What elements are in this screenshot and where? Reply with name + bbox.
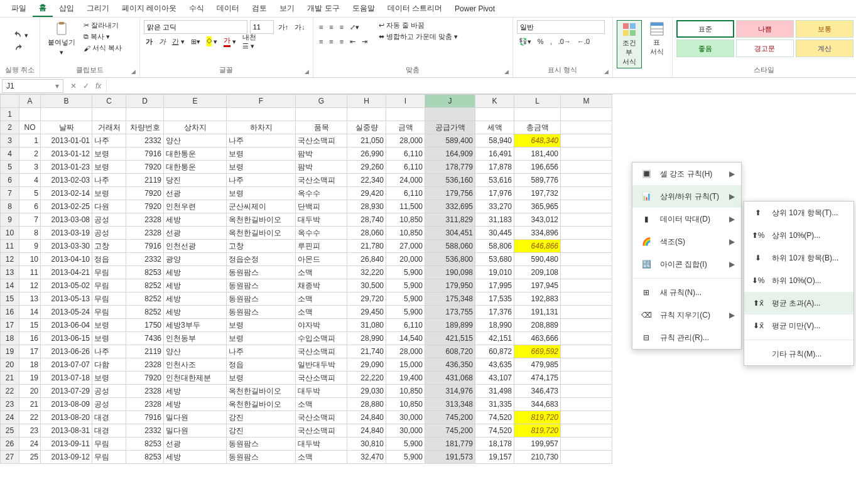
cell[interactable]: 대경 <box>92 424 126 437</box>
cell[interactable]: 옥천한길바이오 <box>227 385 296 398</box>
menu-tab-7[interactable]: 검토 <box>246 1 273 16</box>
col-header-C[interactable]: C <box>92 95 126 108</box>
menu-top-10-items[interactable]: ⬆상위 10개 항목(T)... <box>744 201 853 224</box>
cell[interactable]: 53,680 <box>475 253 514 266</box>
cell[interactable] <box>561 451 612 464</box>
cell[interactable]: 무림 <box>92 306 126 319</box>
style-neutral[interactable]: 보통 <box>796 20 853 38</box>
cell[interactable]: 58,806 <box>475 240 514 253</box>
cell[interactable]: 양산 <box>164 134 227 147</box>
cell[interactable]: 나주 <box>92 134 126 147</box>
cell[interactable]: 745,200 <box>425 424 475 437</box>
cell[interactable]: 33,270 <box>475 200 514 213</box>
cell[interactable]: 192,883 <box>514 292 561 306</box>
cell[interactable]: 2013-06-04 <box>41 319 92 332</box>
cell[interactable] <box>514 108 561 121</box>
cell[interactable]: 669,592 <box>514 345 561 358</box>
cell[interactable]: 5 <box>19 187 41 200</box>
cell[interactable]: 공성 <box>92 398 126 411</box>
cell[interactable]: 53,616 <box>475 174 514 187</box>
row-header-9[interactable]: 9 <box>1 213 19 227</box>
cell[interactable]: 8252 <box>126 279 164 292</box>
cell[interactable]: 22 <box>19 411 41 424</box>
cell[interactable]: 474,175 <box>514 372 561 385</box>
col-header-A[interactable]: A <box>19 95 41 108</box>
cell[interactable]: 332,695 <box>425 200 475 213</box>
cell[interactable]: 팜박 <box>296 161 347 174</box>
cell[interactable]: 강진 <box>227 424 296 437</box>
menu-tab-11[interactable]: 데이터 스트리머 <box>381 1 448 16</box>
cell[interactable] <box>561 253 612 266</box>
cell[interactable]: 5,900 <box>386 266 425 279</box>
cell[interactable]: 2013-07-07 <box>41 358 92 372</box>
cell[interactable]: 7436 <box>126 332 164 345</box>
cell[interactable]: 190,098 <box>425 266 475 279</box>
cell[interactable]: 20,000 <box>386 253 425 266</box>
cell[interactable]: 인천우련 <box>164 200 227 213</box>
cell[interactable]: 채종박 <box>296 279 347 292</box>
cell[interactable]: 인천동부 <box>164 332 227 345</box>
cell[interactable]: 국산소맥피 <box>296 345 347 358</box>
cell[interactable]: 2332 <box>126 424 164 437</box>
cell[interactable]: 공급가액 <box>425 121 475 134</box>
cell[interactable]: 2013-01-23 <box>41 161 92 174</box>
cell[interactable]: 나주 <box>92 345 126 358</box>
cell[interactable]: 30,445 <box>475 227 514 240</box>
cell[interactable]: 19 <box>19 372 41 385</box>
cell[interactable]: 189,899 <box>425 319 475 332</box>
cell[interactable]: 보령 <box>227 372 296 385</box>
cell[interactable]: 43,635 <box>475 358 514 372</box>
cell[interactable]: 공성 <box>92 213 126 227</box>
col-header-G[interactable]: G <box>296 95 347 108</box>
cell[interactable]: 5,900 <box>386 437 425 451</box>
cell[interactable]: 43,107 <box>475 372 514 385</box>
cell[interactable]: 동원팜스 <box>227 279 296 292</box>
row-header-16[interactable]: 16 <box>1 306 19 319</box>
cell[interactable]: 2013-03-19 <box>41 227 92 240</box>
cell-styles-gallery[interactable]: 표준 나쁨 보통 좋음 경고문 계산 <box>676 20 853 57</box>
cell[interactable]: 보령 <box>92 319 126 332</box>
cell[interactable]: 6,110 <box>386 147 425 161</box>
row-header-5[interactable]: 5 <box>1 161 19 174</box>
cell[interactable]: 74,520 <box>475 411 514 424</box>
cell[interactable] <box>425 108 475 121</box>
cell[interactable]: 24,840 <box>347 411 386 424</box>
row-header-10[interactable]: 10 <box>1 227 19 240</box>
cell[interactable]: 314,976 <box>425 385 475 398</box>
cell[interactable]: 7920 <box>126 372 164 385</box>
row-header-11[interactable]: 11 <box>1 240 19 253</box>
cell[interactable]: 2332 <box>126 134 164 147</box>
cell[interactable]: 수입소맥피 <box>296 332 347 345</box>
cell[interactable]: 1750 <box>126 319 164 332</box>
row-header-27[interactable]: 27 <box>1 451 19 464</box>
cell[interactable]: 세방 <box>164 266 227 279</box>
cell[interactable]: 인천선광 <box>164 240 227 253</box>
cell[interactable] <box>561 108 612 121</box>
cell[interactable]: 31,183 <box>475 213 514 227</box>
cell[interactable]: 공성 <box>92 385 126 398</box>
cell[interactable]: 날짜 <box>41 121 92 134</box>
menu-tab-3[interactable]: 그리기 <box>80 1 116 16</box>
cell[interactable]: 2013-03-08 <box>41 213 92 227</box>
cell[interactable]: 173,755 <box>425 306 475 319</box>
cell[interactable]: 28,990 <box>347 332 386 345</box>
style-calculation[interactable]: 계산 <box>796 40 853 57</box>
menu-highlight-cells-rules[interactable]: 🔳셀 강조 규칙(H)▶ <box>632 163 741 185</box>
cell[interactable]: 30,000 <box>386 411 425 424</box>
cell[interactable]: 선광 <box>164 187 227 200</box>
cell[interactable]: 2 <box>19 147 41 161</box>
cell[interactable]: 196,656 <box>514 161 561 174</box>
cell[interactable] <box>126 108 164 121</box>
cell[interactable]: 세방 <box>164 279 227 292</box>
cell[interactable]: 아몬드 <box>296 253 347 266</box>
cell[interactable]: 28,880 <box>347 398 386 411</box>
cell[interactable]: 2328 <box>126 213 164 227</box>
cell[interactable]: 5,900 <box>386 306 425 319</box>
cell[interactable]: 304,451 <box>425 227 475 240</box>
cell[interactable]: 2013-02-25 <box>41 200 92 213</box>
cancel-formula-button[interactable]: ✕ <box>68 82 79 90</box>
cell[interactable]: 14 <box>19 306 41 319</box>
cell[interactable]: 179,756 <box>425 187 475 200</box>
cell[interactable]: 421,515 <box>425 332 475 345</box>
cell[interactable]: 보령 <box>92 332 126 345</box>
